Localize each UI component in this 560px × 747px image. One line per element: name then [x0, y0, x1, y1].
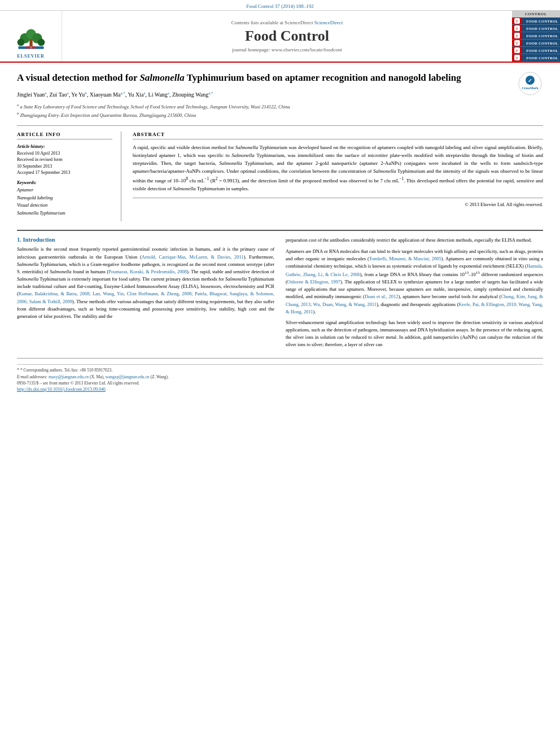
email-label: E-mail addresses: — [17, 374, 47, 379]
article-info-col: ARTICLE INFO Article history: Received 1… — [17, 132, 121, 221]
banner-row-2: F FOOD CONTROL — [512, 25, 560, 32]
banner-icon-1: F — [512, 18, 522, 24]
svg-text:CrossMark: CrossMark — [522, 86, 539, 90]
article-info-label: ARTICLE INFO — [17, 132, 112, 139]
issn-line: 0956-7135/$ – see front matter © 2013 El… — [17, 380, 543, 386]
svg-text:F: F — [516, 19, 518, 24]
ref-tombelli-link[interactable]: Tombelli, Minunni, & Mascini, 2005 — [369, 256, 441, 261]
svg-text:F: F — [516, 27, 518, 31]
banner-text-5: FOOD CONTROL — [522, 49, 560, 53]
banner-icon-3: F — [512, 32, 522, 39]
svg-text:F: F — [516, 49, 518, 53]
ref-osborne-link[interactable]: Osborne & Ellington, 1997 — [287, 279, 340, 285]
copyright-line: © 2013 Elsevier Ltd. All rights reserved… — [133, 198, 543, 207]
body-right-col: preparation cost of the antibodies consi… — [286, 237, 543, 352]
svg-point-6 — [37, 39, 45, 46]
banner-text-1: FOOD CONTROL — [522, 19, 560, 23]
email-2-for: (Z. Wang). — [150, 374, 168, 379]
elsevier-wordmark: ELSEVIER — [17, 54, 44, 59]
ref-kumar-link[interactable]: Kumar, Balakrishna, & Batra, 2008; Lan, … — [17, 291, 274, 304]
right-para-2: Aptamers are DNA or RNA molecules that c… — [286, 248, 543, 316]
received-revised-date: 10 September 2013 — [17, 163, 112, 169]
intro-para-1: Salmonella is the second most frequently… — [17, 246, 274, 320]
svg-text:✓: ✓ — [528, 78, 532, 84]
journal-header: ELSEVIER Contents lists available at Sci… — [0, 11, 560, 63]
banner-text-3: FOOD CONTROL — [522, 34, 560, 38]
keyword-4-text: Salmonella Typhimurium — [17, 210, 65, 216]
abstract-label: ABSTRACT — [133, 132, 543, 139]
keywords-group: Keywords: Aptamer Nanogold labeling Visu… — [17, 180, 112, 217]
email-note: E-mail addresses: maxy@jiangnan.edu.cn (… — [17, 374, 543, 380]
svg-text:F: F — [516, 34, 518, 38]
corresponding-text: * Corresponding authors. Tel./fax: +86 5… — [20, 368, 112, 373]
keyword-2: Nanogold labeling — [17, 194, 112, 202]
doi-link[interactable]: http://dx.doi.org/10.1016/j.foodcont.201… — [17, 387, 106, 392]
right-para-3: Silver-enhancement signal amplification … — [286, 319, 543, 349]
banner-icon-6: F — [512, 54, 522, 61]
sciencedirect-line: Contents lists available at ScienceDirec… — [231, 20, 343, 25]
keyword-1: Aptamer — [17, 186, 112, 194]
banner-text-6: FOOD CONTROL — [522, 56, 560, 60]
ref-duan-link[interactable]: Duan et al., 2012 — [365, 294, 399, 299]
keyword-list: Aptamer Nanogold labeling Visual detecti… — [17, 186, 112, 217]
journal-title-area: Contents lists available at ScienceDirec… — [62, 11, 512, 62]
svg-rect-1 — [29, 38, 32, 46]
body-left-col: 1. Introduction Salmonella is the second… — [17, 237, 274, 352]
issn-text: 0956-7135/$ – see front matter © 2013 El… — [17, 381, 139, 386]
affiliation-b: b Zhangjiagang Entry–Exit Inspection and… — [17, 111, 543, 119]
article-title: A visual detection method for Salmonella… — [17, 71, 543, 85]
journal-citation: Food Control 37 (2014) 188–192 — [246, 3, 314, 9]
journal-citation-bar: Food Control 37 (2014) 188–192 — [0, 0, 560, 11]
journal-name: Food Control — [245, 28, 329, 45]
received-revised-label: Received in revised form — [17, 156, 112, 163]
banner-icon-2: F — [512, 25, 522, 32]
banner-row-3: F FOOD CONTROL — [512, 32, 560, 40]
abstract-text: A rapid, specific and visible detection … — [133, 144, 543, 193]
accepted-date: Accepted 17 September 2013 — [17, 169, 112, 176]
banner-top-label: CONTROL — [512, 11, 560, 18]
doi-line: http://dx.doi.org/10.1016/j.foodcont.201… — [17, 386, 543, 393]
banner-icon-4: F — [512, 40, 522, 46]
banner-icon-5: F — [512, 47, 522, 54]
page: Food Control 37 (2014) 188–192 — [0, 0, 560, 404]
banner-row-6: F FOOD CONTROL — [512, 54, 560, 62]
history-label: Article history: — [17, 144, 112, 149]
svg-point-5 — [17, 39, 24, 46]
svg-text:F: F — [516, 41, 518, 46]
ref-hamula-link[interactable]: Hamula, Guthrie, Zhang, Li, & Chris Le, … — [286, 263, 543, 277]
keywords-label: Keywords: — [17, 180, 112, 185]
section-number-text: 1. Introduction — [17, 237, 55, 243]
sciencedirect-link[interactable]: ScienceDirect — [314, 20, 343, 25]
right-para-1: preparation cost of the antibodies consi… — [286, 237, 543, 244]
affiliations: a a State Key Laboratory of Food Science… — [17, 102, 543, 119]
article-footer: * * Corresponding authors. Tel./fax: +86… — [17, 358, 543, 394]
journal-banner-right: CONTROL F FOOD CONTROL F FOOD CONTROL F … — [512, 11, 560, 62]
intro-section-heading: 1. Introduction — [17, 237, 274, 243]
banner-text-4: FOOD CONTROL — [522, 41, 560, 45]
banner-row-4: F FOOD CONTROL — [512, 40, 560, 47]
ref-poumaras-link[interactable]: Poumaras, Koraki, & Prodromidis, 2008 — [108, 269, 187, 274]
received-date-1: Received 10 April 2013 — [17, 150, 112, 156]
corresponding-note: * * Corresponding authors. Tel./fax: +86… — [17, 367, 543, 374]
keyword-4: Salmonella Typhimurium — [17, 209, 112, 217]
email-2-link[interactable]: wangzp@jiangnan.edu.cn — [106, 374, 150, 379]
affiliation-a: a a State Key Laboratory of Food Science… — [17, 102, 543, 111]
authors-line: Jinglei Yuana, Zui Taoa, Ye Yub, Xiaoyua… — [17, 90, 543, 99]
svg-text:F: F — [516, 56, 518, 60]
ref-arnold-link[interactable]: Arnold, Carrique-Mas, McLaren, & Davies,… — [142, 254, 244, 260]
keyword-3: Visual detection — [17, 202, 112, 209]
elsevier-tree-icon — [14, 27, 48, 53]
abstract-col: ABSTRACT A rapid, specific and visible d… — [133, 132, 543, 221]
banner-row-1: F FOOD CONTROL — [512, 18, 560, 25]
email-1-link[interactable]: maxy@jiangnan.edu.cn — [49, 374, 89, 379]
elsevier-logo-area: ELSEVIER — [0, 11, 62, 62]
info-abstract-section: ARTICLE INFO Article history: Received 1… — [17, 125, 543, 221]
article-history: Article history: Received 10 April 2013 … — [17, 144, 112, 176]
body-two-col: 1. Introduction Salmonella is the second… — [17, 237, 543, 352]
crossmark-badge: ✓ CrossMark — [518, 71, 543, 97]
banner-row-5: F FOOD CONTROL — [512, 47, 560, 54]
article-content: A visual detection method for Salmonella… — [0, 63, 560, 404]
banner-text-2: FOOD CONTROL — [522, 27, 560, 30]
email-1-for: (X. Ma), — [90, 374, 104, 379]
body-content: 1. Introduction Salmonella is the second… — [17, 230, 543, 352]
